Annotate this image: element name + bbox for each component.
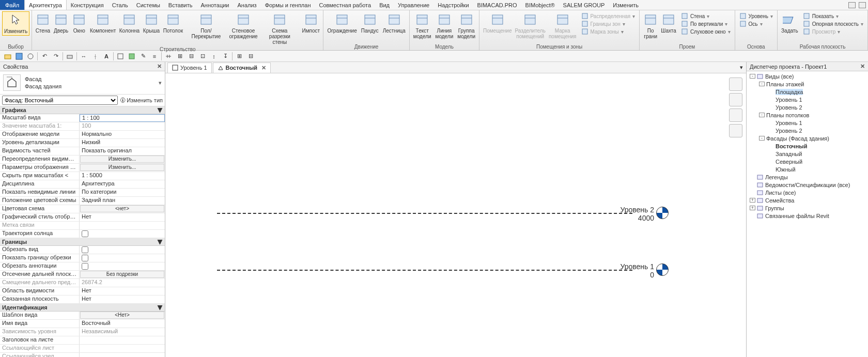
open-small-1[interactable]: По вертикали ▾: [681, 20, 731, 27]
property-value[interactable]: <Нет>: [80, 312, 164, 319]
qat-sync-icon[interactable]: [26, 52, 35, 61]
property-value[interactable]: Восточный: [80, 320, 165, 328]
qat-undo-icon[interactable]: ↶: [40, 52, 49, 61]
property-value[interactable]: [80, 230, 165, 238]
property-category[interactable]: Идентификация⯆: [0, 304, 165, 312]
property-checkbox[interactable]: [82, 246, 88, 253]
tree-node[interactable]: Листы (все): [748, 189, 867, 196]
property-checkbox[interactable]: [82, 263, 88, 270]
property-row[interactable]: Отсечение дальней плоскостиБез подрезки: [0, 271, 165, 279]
window-help-icon[interactable]: [859, 2, 866, 8]
build-8-button[interactable]: Стеновое ограждение: [228, 11, 259, 40]
property-value[interactable]: <нет>: [80, 205, 164, 212]
build-3-button[interactable]: Компонент: [89, 11, 117, 35]
build-7-button[interactable]: Пол/Перекрытие: [185, 11, 227, 40]
menu-tab[interactable]: Системы: [132, 0, 164, 10]
menu-tab[interactable]: Конструкция: [67, 0, 108, 10]
tree-node[interactable]: Уровень 2: [748, 127, 867, 134]
menu-tab[interactable]: Надстройки: [433, 0, 473, 10]
open-0-button[interactable]: По грани: [642, 11, 659, 40]
menu-tab[interactable]: Сталь: [108, 0, 132, 10]
property-value[interactable]: [80, 262, 165, 270]
menu-tab[interactable]: BIMobject®: [521, 0, 559, 10]
menu-tab[interactable]: Совместная работа: [315, 0, 375, 10]
property-row[interactable]: Отображение моделиНормально: [0, 131, 165, 139]
tree-node[interactable]: Северный: [748, 158, 867, 165]
tree-expander-icon[interactable]: -: [759, 82, 765, 86]
open-small-2[interactable]: Слуховое окно ▾: [681, 28, 731, 35]
tree-node[interactable]: Западный: [748, 150, 867, 158]
property-checkbox[interactable]: [82, 255, 88, 261]
tree-node[interactable]: Легенды: [748, 173, 867, 181]
modify-button[interactable]: Изменить: [2, 11, 29, 36]
view-tab-options[interactable]: ▾: [737, 64, 746, 71]
tree-node[interactable]: Восточный: [748, 142, 867, 150]
build-0-button[interactable]: Стена: [34, 11, 51, 35]
close-icon[interactable]: ✕: [860, 63, 865, 70]
qat-tool12-icon[interactable]: ⊟: [246, 52, 255, 61]
move-0-button[interactable]: Ограждение: [326, 11, 358, 35]
property-row[interactable]: Показать невидимые линииПо категории: [0, 189, 165, 197]
model-0-button[interactable]: Текст модели: [412, 11, 433, 40]
qat-align-icon[interactable]: ⟊: [90, 52, 100, 61]
tree-node[interactable]: Уровень 1: [748, 96, 867, 103]
tree-node[interactable]: +Группы: [748, 204, 867, 212]
qat-tool7-icon[interactable]: ⊟: [187, 52, 196, 61]
property-value[interactable]: Изменить...: [80, 156, 164, 163]
tab-close-icon[interactable]: ✕: [261, 65, 266, 71]
menu-tab[interactable]: Управление: [394, 0, 433, 10]
tree-expander-icon[interactable]: -: [759, 136, 765, 141]
nav-orbit-icon[interactable]: [729, 124, 742, 137]
property-row[interactable]: Обрезать вид: [0, 246, 165, 254]
menu-file[interactable]: Файл: [0, 0, 24, 10]
property-value[interactable]: По категории: [80, 189, 165, 196]
qat-tool6-icon[interactable]: ⊞: [175, 52, 184, 61]
property-value[interactable]: Без подрезки: [80, 271, 164, 278]
property-row[interactable]: Область видимостиНет: [0, 287, 165, 296]
property-value[interactable]: Показать оригинал: [80, 147, 165, 155]
property-value[interactable]: [80, 246, 165, 254]
property-row[interactable]: Параметры отображения графикиИзменить...: [0, 164, 165, 172]
level-1-marker-icon[interactable]: [656, 263, 669, 276]
property-row[interactable]: Масштаб вида1 : 100: [0, 114, 165, 122]
edit-type-button[interactable]: 🛈 Изменить тип: [120, 97, 163, 103]
tree-node[interactable]: -Фасады (Фасад здания): [748, 134, 867, 142]
window-restore-icon[interactable]: [848, 2, 856, 8]
property-value[interactable]: Задний план: [80, 197, 165, 205]
move-2-button[interactable]: Лестница: [381, 11, 407, 35]
level-2-line[interactable]: [217, 213, 632, 214]
property-row[interactable]: Уровень детализацииНизкий: [0, 139, 165, 147]
property-checkbox[interactable]: [82, 230, 88, 237]
tree-expander-icon[interactable]: -: [750, 74, 755, 79]
property-category[interactable]: Графика⯆: [0, 106, 165, 114]
menu-tab[interactable]: BIMACAD.PRO: [473, 0, 521, 10]
qat-tool4-icon[interactable]: ≡: [150, 52, 159, 61]
model-1-button[interactable]: Линия модели: [434, 11, 455, 40]
qat-tool10-icon[interactable]: ↧: [221, 52, 230, 61]
property-value[interactable]: Низкий: [80, 139, 165, 147]
menu-tab[interactable]: Аннотации: [197, 0, 234, 10]
tree-node[interactable]: Уровень 1: [748, 119, 867, 127]
tree-node[interactable]: Связанные файлы Revit: [748, 212, 867, 220]
nav-home-icon[interactable]: [729, 77, 742, 91]
tree-node[interactable]: -Планы потолков: [748, 111, 867, 119]
menu-tab[interactable]: Изменить: [609, 0, 643, 10]
view-tab[interactable]: Восточный✕: [213, 63, 271, 73]
nav-zoom-icon[interactable]: [729, 93, 742, 106]
level-2-marker-icon[interactable]: [656, 207, 669, 219]
view-tab[interactable]: Уровень 1: [167, 63, 212, 73]
property-row[interactable]: Связанная плоскостьНет: [0, 296, 165, 304]
build-10-button[interactable]: Импост: [301, 11, 321, 35]
menu-tab[interactable]: SALEM GROUP: [559, 0, 609, 10]
property-category[interactable]: Границы⯆: [0, 238, 165, 246]
move-1-button[interactable]: Пандус: [360, 11, 380, 35]
tree-node[interactable]: Ведомости/Спецификации (все): [748, 181, 867, 189]
qat-tool11-icon[interactable]: ⊞: [235, 52, 244, 61]
qat-measure-icon[interactable]: ↔: [79, 52, 88, 61]
build-5-button[interactable]: Крыша: [142, 11, 161, 35]
tree-node[interactable]: Площадка: [748, 88, 867, 96]
menu-tab[interactable]: Анализ: [233, 0, 260, 10]
property-value[interactable]: Архитектура: [80, 180, 165, 188]
menu-tab[interactable]: Формы и генплан: [261, 0, 315, 10]
property-row[interactable]: Графический стиль отображени...Нет: [0, 213, 165, 222]
